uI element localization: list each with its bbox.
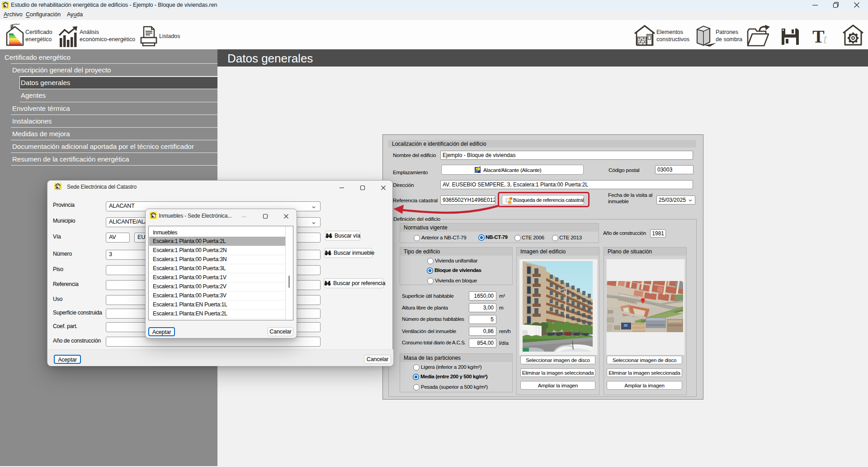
svg-text:t: t	[823, 31, 827, 46]
svg-text:T: T	[812, 28, 825, 46]
